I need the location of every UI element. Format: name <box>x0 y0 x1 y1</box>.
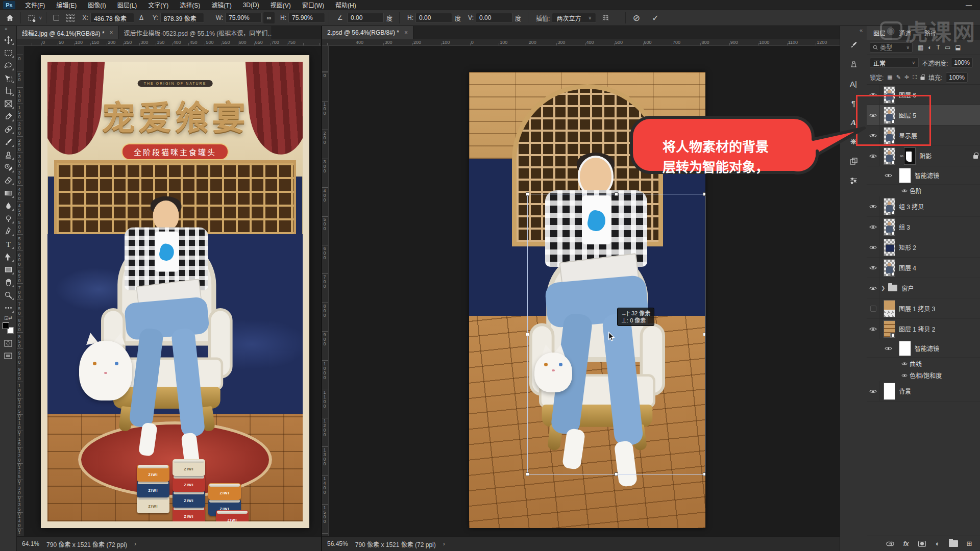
hskew-field[interactable]: 0.00 <box>415 13 452 23</box>
lock-pixels-icon[interactable]: ✎ <box>896 74 901 81</box>
menu-item-视图[interactable]: 视图(V) <box>265 0 297 10</box>
layer-row-智能滤镜[interactable]: 智能滤镜 <box>867 166 980 185</box>
home-icon[interactable] <box>4 12 15 23</box>
crop-tool[interactable] <box>2 85 15 97</box>
menu-item-帮助[interactable]: 帮助(H) <box>330 0 362 10</box>
menu-item-3D[interactable]: 3D(D) <box>237 0 265 10</box>
menu-item-选择[interactable]: 选择(S) <box>174 0 206 10</box>
foreground-background-swatches[interactable] <box>3 322 14 334</box>
visibility-toggle[interactable] <box>867 319 880 339</box>
expand-group-icon[interactable]: ❯ <box>881 285 885 291</box>
new-layer-icon[interactable]: ⊞ <box>965 540 974 547</box>
visibility-toggle[interactable] <box>867 298 880 318</box>
blur-tool[interactable] <box>2 199 15 212</box>
dodge-tool[interactable] <box>2 212 15 225</box>
visibility-toggle[interactable] <box>867 381 880 401</box>
smart-filter-mask-thumbnail[interactable] <box>899 168 911 183</box>
transform-handle[interactable] <box>615 472 618 476</box>
fill-field[interactable]: 100% <box>946 72 968 83</box>
transform-bounding-box[interactable] <box>527 194 705 475</box>
transform-handle[interactable] <box>703 333 705 336</box>
chevron-down-icon[interactable]: ∨ <box>39 15 42 20</box>
marquee-tool[interactable] <box>2 46 15 59</box>
layer-row-智能滤镜[interactable]: 智能滤镜 <box>867 339 980 358</box>
opacity-field[interactable]: 100% <box>951 58 973 68</box>
layer-row-组 3 拷贝[interactable]: 组 3 拷贝 <box>867 196 980 217</box>
lock-all-icon[interactable] <box>920 77 924 80</box>
y-field[interactable]: 878.39 像素 <box>160 13 204 23</box>
visibility-toggle[interactable] <box>899 185 910 196</box>
menu-item-滤镜[interactable]: 滤镜(T) <box>206 0 237 10</box>
healing-brush-tool[interactable] <box>2 123 15 136</box>
visibility-toggle[interactable] <box>882 166 895 184</box>
layer-style-icon[interactable]: fx <box>901 540 911 547</box>
layer-row-色阶[interactable]: 色阶 <box>867 185 980 196</box>
menu-item-图层[interactable]: 图层(L) <box>112 0 143 10</box>
interpolation-dropdown[interactable]: 两次立方∨ <box>552 13 596 23</box>
visibility-toggle[interactable] <box>867 217 880 237</box>
blend-mode-dropdown[interactable]: 正常∨ <box>870 58 919 68</box>
layer-row-曲线[interactable]: 曲线 <box>867 358 980 369</box>
screen-mode-icon[interactable] <box>2 349 15 362</box>
adjustment-layer-icon[interactable]: ◐ <box>933 540 942 547</box>
menu-item-图像[interactable]: 图像(I) <box>82 0 111 10</box>
layer-row-窗户[interactable]: ❯窗户 <box>867 278 980 298</box>
warp-mode-icon[interactable] <box>600 12 611 23</box>
lasso-tool[interactable] <box>2 59 15 72</box>
layer-row-图层 4[interactable]: 图层 4 <box>867 258 980 278</box>
cancel-transform-button[interactable]: ⊘ <box>631 12 642 23</box>
status-chevron-icon[interactable]: › <box>443 540 445 547</box>
maintain-aspect-link-icon[interactable]: ∞ <box>263 12 275 23</box>
frame-tool[interactable] <box>2 97 15 110</box>
close-tab-icon[interactable]: × <box>404 29 408 36</box>
layer-row-组 3[interactable]: 组 3 <box>867 217 980 237</box>
document-tab[interactable]: 线稿2.jpg @ 64.1%(RGB/8#) *× <box>17 26 119 39</box>
type-tool[interactable]: T <box>2 238 15 251</box>
expand-panels-icon[interactable]: « <box>840 26 867 34</box>
pen-tool[interactable] <box>2 225 15 238</box>
new-group-icon[interactable] <box>949 540 958 547</box>
brush-settings-icon[interactable] <box>845 36 862 54</box>
brushes-icon[interactable] <box>845 56 862 73</box>
lock-position-icon[interactable]: ✛ <box>904 74 909 81</box>
move-tool[interactable] <box>2 34 15 46</box>
menu-item-文字[interactable]: 文字(Y) <box>142 0 174 10</box>
visibility-toggle[interactable] <box>867 258 880 278</box>
clone-stamp-tool[interactable] <box>2 148 15 161</box>
more-tools[interactable] <box>2 302 15 314</box>
layer-row-背景[interactable]: 背景 <box>867 381 980 402</box>
reference-point-checkbox[interactable] <box>53 15 59 21</box>
character-panel-icon[interactable]: A| <box>845 75 862 92</box>
minimize-button[interactable]: — <box>958 2 980 9</box>
transform-handle[interactable] <box>526 192 529 196</box>
height-field[interactable]: 75.90% <box>288 13 325 23</box>
quick-mask-icon[interactable] <box>2 337 15 349</box>
link-layers-icon[interactable] <box>886 541 895 546</box>
layer-row-矩形 2[interactable]: 矩形 2 <box>867 237 980 258</box>
layer-row-图层 1 拷贝 2[interactable]: 图层 1 拷贝 2 <box>867 319 980 339</box>
reference-point-locator[interactable] <box>66 14 75 22</box>
transform-handle[interactable] <box>703 472 705 476</box>
zoom-level-left[interactable]: 64.1% <box>22 540 39 547</box>
visibility-toggle[interactable] <box>899 358 910 369</box>
menu-item-编辑[interactable]: 编辑(E) <box>51 0 82 10</box>
canvas-area-left[interactable]: THE ORIGIN OF NATURE 宠爱飨宴 全阶段猫咪主食罐头 ZIWI… <box>23 46 321 536</box>
eyedropper-tool[interactable] <box>2 110 15 123</box>
gradient-tool[interactable] <box>2 187 15 199</box>
transform-bounds-icon[interactable] <box>26 12 37 23</box>
shape-tool[interactable] <box>2 263 15 276</box>
toolbar-collapse-icon[interactable]: » <box>0 26 16 34</box>
status-chevron-icon[interactable]: › <box>134 540 136 547</box>
zoom-tool[interactable] <box>2 289 15 302</box>
angle-field[interactable]: 0.00 <box>347 13 384 23</box>
width-field[interactable]: 75.90% <box>225 13 262 23</box>
hand-tool[interactable] <box>2 276 15 289</box>
visibility-toggle[interactable] <box>882 339 895 357</box>
path-select-tool[interactable] <box>2 251 15 263</box>
zoom-level-right[interactable]: 56.45% <box>327 540 348 547</box>
layer-mask-thumbnail[interactable] <box>904 148 915 164</box>
layer-row-色相/饱和度[interactable]: 色相/饱和度 <box>867 369 980 381</box>
visibility-toggle[interactable] <box>867 278 880 298</box>
document-tab[interactable]: 课后作业模板-0523.psd @ 55.1% (根据本课，同学们...× <box>119 26 272 39</box>
object-selection-tool[interactable] <box>2 72 15 85</box>
